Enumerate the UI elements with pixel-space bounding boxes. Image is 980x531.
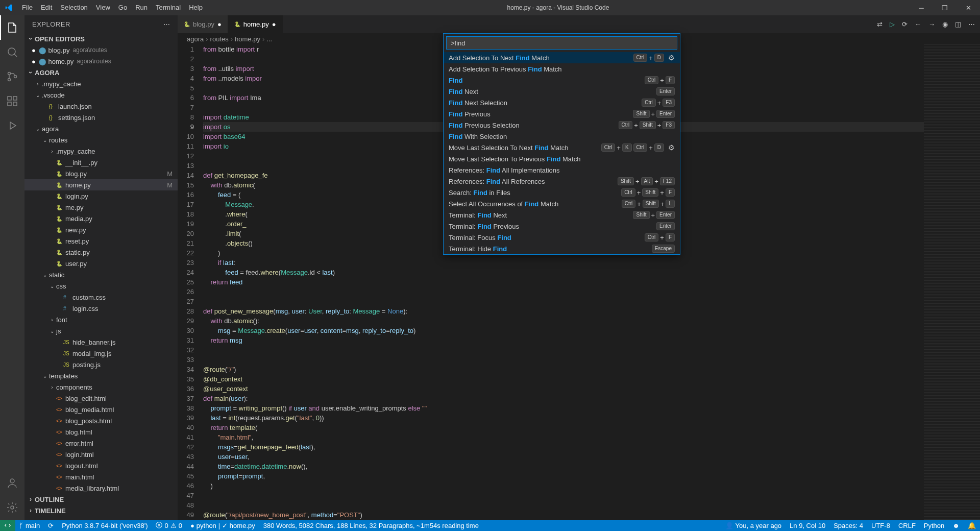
folder-item[interactable]: ⌄ routes <box>24 134 178 146</box>
folder-item[interactable]: ⌄ static <box>24 269 178 280</box>
minimap[interactable] <box>924 44 980 520</box>
notifications-icon[interactable]: 🔔 <box>964 520 980 531</box>
folder-item[interactable]: › components <box>24 381 178 393</box>
folder-item[interactable]: ⌄ agora <box>24 123 178 134</box>
cursor-position[interactable]: Ln 9, Col 10 <box>786 520 829 531</box>
project-section[interactable]: ›AGORA <box>24 67 178 78</box>
file-item[interactable]: 🐍me.py <box>24 202 178 213</box>
file-item[interactable]: 🐍__init__.py <box>24 157 178 168</box>
folder-item[interactable]: › .mypy_cache <box>24 146 178 157</box>
close-button[interactable]: ✕ <box>957 0 980 15</box>
file-item[interactable]: <>logout.html <box>24 460 178 471</box>
folder-item[interactable]: ⌄ .vscode <box>24 89 178 101</box>
command-palette-item[interactable]: Find PreviousShift+Enter <box>444 108 680 119</box>
problems[interactable]: ⓧ 0 ⚠ 0 <box>152 520 186 531</box>
run-debug-icon[interactable] <box>0 113 24 138</box>
file-item[interactable]: {}launch.json <box>24 101 178 112</box>
eol[interactable]: CRLF <box>894 520 920 531</box>
settings-gear-icon[interactable] <box>0 495 24 520</box>
remote-indicator[interactable] <box>0 520 15 531</box>
open-editor-item[interactable]: ●⬤ home.pyagora\routes <box>24 56 178 67</box>
command-palette-item[interactable]: Select All Occurrences of Find MatchCtrl… <box>444 198 680 209</box>
file-item[interactable]: <>main.html <box>24 471 178 482</box>
more-actions-icon[interactable]: ⋯ <box>968 20 975 28</box>
file-item[interactable]: 🐍static.py <box>24 247 178 258</box>
file-item[interactable]: #custom.css <box>24 292 178 303</box>
file-item[interactable]: 🐍home.py M <box>24 179 178 190</box>
folder-item[interactable]: ⌄ css <box>24 280 178 292</box>
file-item[interactable]: <>error.html <box>24 438 178 449</box>
encoding[interactable]: UTF-8 <box>867 520 894 531</box>
extensions-icon[interactable] <box>0 89 24 113</box>
file-item[interactable]: 🐍reset.py <box>24 235 178 247</box>
file-item[interactable]: 🐍blog.py M <box>24 168 178 179</box>
prev-icon[interactable]: ← <box>915 20 921 28</box>
git-blame[interactable]: 👤 You, a year ago <box>721 520 786 531</box>
file-item[interactable]: JSmodal_img.js <box>24 348 178 359</box>
split-icon[interactable]: ◫ <box>955 20 961 28</box>
gear-icon[interactable]: ⚙ <box>668 143 675 152</box>
explorer-icon[interactable] <box>0 15 24 40</box>
search-icon[interactable] <box>0 40 24 64</box>
command-palette-item[interactable]: Find Previous SelectionCtrl+Shift+F3 <box>444 119 680 131</box>
command-palette-item[interactable]: Move Last Selection To Next Find MatchCt… <box>444 142 680 153</box>
file-item[interactable]: 🐍user.py <box>24 258 178 269</box>
command-palette-item[interactable]: Find With Selection <box>444 131 680 142</box>
breadcrumb-item[interactable]: routes <box>210 35 229 43</box>
file-item[interactable]: {}settings.json <box>24 112 178 123</box>
gear-icon[interactable]: ⚙ <box>668 54 675 62</box>
folder-item[interactable]: › font <box>24 314 178 325</box>
folder-item[interactable]: ⌄ js <box>24 325 178 336</box>
file-item[interactable]: JSposting.js <box>24 359 178 370</box>
indentation[interactable]: Spaces: 4 <box>829 520 867 531</box>
next-icon[interactable]: → <box>928 20 935 28</box>
menu-selection[interactable]: Selection <box>56 0 91 15</box>
file-item[interactable]: <>login.html <box>24 449 178 460</box>
language-mode[interactable]: Python <box>920 520 948 531</box>
run-icon[interactable]: ▷ <box>890 20 895 28</box>
outline-section[interactable]: ›OUTLINE <box>24 494 178 505</box>
file-item[interactable]: <>blog_posts.html <box>24 415 178 426</box>
command-palette-item[interactable]: Search: Find in FilesCtrl+Shift+F <box>444 187 680 198</box>
more-icon[interactable]: ⋯ <box>163 20 170 28</box>
menu-terminal[interactable]: Terminal <box>152 0 185 15</box>
file-item[interactable]: JShide_banner.js <box>24 336 178 348</box>
command-palette-item[interactable]: References: Find All Implementations <box>444 164 680 176</box>
file-item[interactable]: 🐍login.py <box>24 190 178 202</box>
file-item[interactable]: 🐍new.py <box>24 224 178 235</box>
menu-run[interactable]: Run <box>131 0 152 15</box>
menu-view[interactable]: View <box>92 0 114 15</box>
menu-go[interactable]: Go <box>114 0 131 15</box>
file-item[interactable]: #login.css <box>24 303 178 314</box>
breadcrumb-item[interactable]: agora <box>187 35 204 43</box>
file-item[interactable]: <>blog_edit.html <box>24 393 178 404</box>
command-palette-item[interactable]: Find NextEnter <box>444 86 680 97</box>
open-editor-item[interactable]: ●⬤ blog.pyagora\routes <box>24 44 178 56</box>
compare-icon[interactable]: ⇄ <box>877 20 883 28</box>
command-palette-item[interactable]: Terminal: Find PreviousEnter <box>444 221 680 232</box>
feedback-icon[interactable]: ☻ <box>948 520 964 531</box>
command-palette-item[interactable]: Add Selection To Next Find MatchCtrl+D⚙ <box>444 52 680 63</box>
menu-edit[interactable]: Edit <box>37 0 56 15</box>
account-icon[interactable] <box>0 471 24 495</box>
command-palette-item[interactable]: Find Next SelectionCtrl+F3 <box>444 97 680 108</box>
command-palette-item[interactable]: References: Find All ReferencesShift+Alt… <box>444 176 680 187</box>
menu-file[interactable]: File <box>18 0 37 15</box>
file-item[interactable]: <>media_library.html <box>24 482 178 494</box>
file-item[interactable]: 🐍media.py <box>24 213 178 224</box>
command-palette-item[interactable]: Terminal: Focus FindCtrl+F <box>444 232 680 243</box>
command-palette-item[interactable]: Add Selection To Previous Find Match <box>444 63 680 75</box>
command-palette-item[interactable]: Move Last Selection To Previous Find Mat… <box>444 153 680 164</box>
file-item[interactable]: <>blog.html <box>24 426 178 438</box>
debug-run-icon[interactable]: ⟳ <box>902 20 908 28</box>
word-count[interactable]: 380 Words, 5082 Chars, 188 Lines, 32 Par… <box>259 520 483 531</box>
folder-item[interactable]: ⌄ templates <box>24 370 178 381</box>
file-item[interactable]: <>blog_media.html <box>24 404 178 415</box>
language-status[interactable]: ● python | ✓ home.py <box>186 520 259 531</box>
timer-icon[interactable]: ◉ <box>942 20 948 28</box>
source-control-icon[interactable] <box>0 64 24 89</box>
folder-item[interactable]: › .mypy_cache <box>24 78 178 89</box>
command-palette-item[interactable]: Terminal: Find NextShift+Enter <box>444 209 680 221</box>
command-palette-item[interactable]: FindCtrl+F <box>444 75 680 86</box>
menu-help[interactable]: Help <box>185 0 207 15</box>
